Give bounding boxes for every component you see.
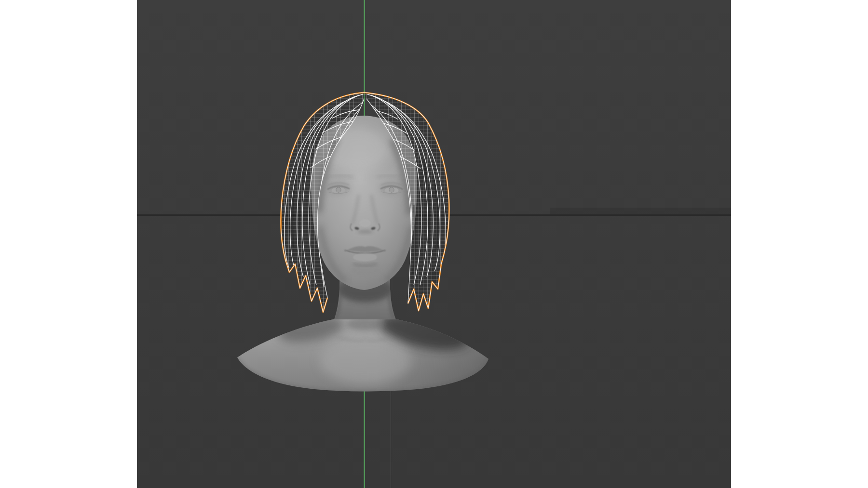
application-window [0, 0, 868, 488]
scene-canvas[interactable] [137, 0, 731, 488]
viewport-3d[interactable] [137, 0, 731, 488]
eye-right [380, 183, 403, 194]
letterbox-right [731, 0, 868, 488]
letterbox-left [0, 0, 137, 488]
eye-left [327, 183, 350, 194]
